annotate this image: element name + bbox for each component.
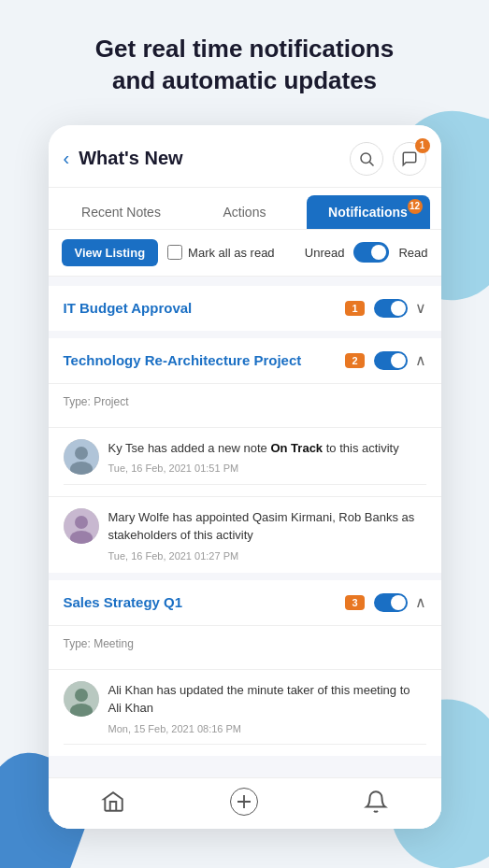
notif-divider-3 [64, 744, 426, 745]
tab-recent-notes[interactable]: Recent Notes [60, 195, 183, 229]
group-title-it-budget: IT Budget Approval [64, 300, 346, 316]
notif-type-label: Type: Project [64, 395, 426, 408]
group-header-sales-strategy[interactable]: Sales Strategy Q1 3 ∧ [49, 580, 441, 625]
avatar-image-ky-tse [64, 439, 99, 475]
read-label: Read [398, 246, 427, 260]
tab-notifications[interactable]: Notifications 12 [307, 195, 430, 229]
group-title-sales-strategy: Sales Strategy Q1 [64, 594, 346, 610]
group-badge-tech-rearch: 2 [345, 353, 364, 368]
nav-add-button[interactable] [230, 788, 258, 816]
nav-home-button[interactable] [101, 790, 125, 814]
header-icons: 1 [350, 142, 426, 176]
group-toggle-sales-strategy[interactable] [374, 593, 408, 612]
notif-body-3: Ali Khan has updated the minute taker of… [64, 681, 426, 734]
group-header-it-budget[interactable]: IT Budget Approval 1 ∨ [49, 286, 441, 331]
svg-line-1 [369, 162, 373, 165]
search-icon [358, 150, 375, 167]
chevron-up-icon: ∧ [415, 351, 426, 369]
group-card-sales-strategy: Sales Strategy Q1 3 ∧ Type: Meeting [49, 580, 441, 756]
svg-point-6 [75, 516, 88, 529]
group-badge-it-budget: 1 [345, 301, 364, 316]
notif-time-2: Tue, 16 Feb, 2021 01:27 PM [108, 550, 426, 562]
notif-type-meeting-label: Type: Meeting [64, 637, 426, 650]
group-title-tech-rearch: Technology Re-Architecture Project [64, 352, 346, 368]
card-header: ‹ What's New 1 [49, 125, 441, 188]
avatar-ky-tse [64, 439, 99, 475]
notif-body-1: Ky Tse has added a new note On Track to … [64, 439, 426, 475]
bell-icon [364, 790, 388, 814]
notif-item-type-project: Type: Project [49, 383, 441, 427]
chat-button[interactable]: 1 [393, 142, 426, 176]
svg-point-0 [361, 153, 371, 164]
card-title: What's New [79, 148, 349, 169]
svg-point-3 [75, 447, 88, 460]
avatar-ali-khan [64, 681, 99, 717]
group-card-tech-rearch: Technology Re-Architecture Project 2 ∧ T… [49, 338, 441, 573]
group-card-it-budget: IT Budget Approval 1 ∨ [49, 286, 441, 331]
chevron-up-icon-2: ∧ [415, 593, 426, 611]
notif-item-1: Ky Tse has added a new note On Track to … [49, 427, 441, 496]
nav-bell-button[interactable] [364, 790, 388, 814]
home-icon [101, 790, 125, 814]
mark-all-read-label[interactable]: Mark all as read [167, 245, 274, 260]
notif-text-3: Ali Khan has updated the minute taker of… [108, 681, 426, 734]
notif-item-type-meeting: Type: Meeting [49, 625, 441, 669]
chat-icon [401, 150, 418, 167]
avatar-mary-wolfe [64, 508, 99, 544]
phone-card: ‹ What's New 1 Recent Notes Actions Not [49, 125, 441, 829]
tabs-row: Recent Notes Actions Notifications 12 [49, 188, 441, 230]
unread-label: Unread [305, 246, 345, 260]
tab-actions[interactable]: Actions [183, 195, 307, 229]
avatar-image-ali-khan [64, 681, 99, 717]
notif-time-1: Tue, 16 Feb, 2021 01:51 PM [108, 462, 399, 474]
notif-divider-1 [64, 484, 426, 485]
notif-item-2: Mary Wolfe has appointed Qasim Kirmani, … [49, 496, 441, 573]
bottom-nav [49, 777, 441, 829]
notif-item-3: Ali Khan has updated the minute taker of… [49, 669, 441, 756]
group-toggle-tech-rearch[interactable] [374, 351, 408, 370]
content-area: IT Budget Approval 1 ∨ Technology Re-Arc… [49, 277, 441, 829]
notif-time-3: Mon, 15 Feb, 2021 08:16 PM [108, 723, 426, 734]
notif-text-2: Mary Wolfe has appointed Qasim Kirmani, … [108, 508, 426, 562]
svg-point-9 [75, 689, 88, 702]
group-toggle-it-budget[interactable] [374, 299, 408, 318]
plus-icon [230, 788, 258, 816]
toolbar-row: View Listing Mark all as read Unread Rea… [49, 230, 441, 277]
page-header: Get real time notifications and automati… [0, 0, 489, 116]
notif-body-2: Mary Wolfe has appointed Qasim Kirmani, … [64, 508, 426, 562]
page-headline: Get real time notifications and automati… [37, 34, 452, 97]
notifications-badge: 12 [408, 199, 423, 214]
unread-read-toggle[interactable] [353, 242, 389, 263]
view-listing-button[interactable]: View Listing [62, 239, 159, 266]
group-header-tech-rearch[interactable]: Technology Re-Architecture Project 2 ∧ [49, 338, 441, 383]
mark-all-read-checkbox[interactable] [167, 245, 182, 260]
back-button[interactable]: ‹ [64, 148, 70, 169]
group-badge-sales-strategy: 3 [345, 595, 364, 610]
chat-badge: 1 [415, 138, 430, 153]
avatar-image-mary-wolfe [64, 508, 99, 544]
notif-text-1: Ky Tse has added a new note On Track to … [108, 439, 399, 475]
chevron-down-icon: ∨ [415, 299, 426, 317]
search-button[interactable] [350, 142, 383, 176]
